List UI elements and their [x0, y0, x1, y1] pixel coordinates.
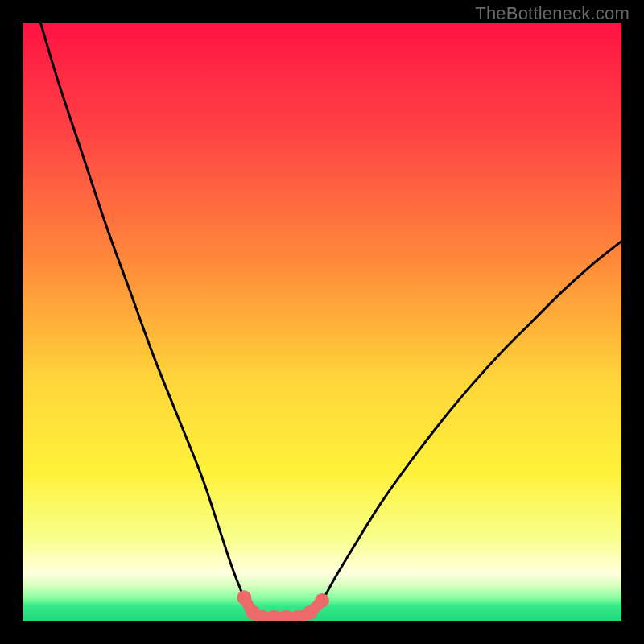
valley-marker: [315, 593, 329, 608]
bottleneck-curve: [40, 23, 621, 617]
curve-layer: [23, 23, 621, 621]
valley-marker: [303, 605, 317, 620]
valley-marker: [237, 590, 251, 605]
valley-markers-group: [237, 590, 329, 621]
watermark-text: TheBottleneck.com: [475, 3, 630, 24]
chart-frame: TheBottleneck.com: [0, 0, 644, 644]
plot-area: [23, 23, 621, 621]
